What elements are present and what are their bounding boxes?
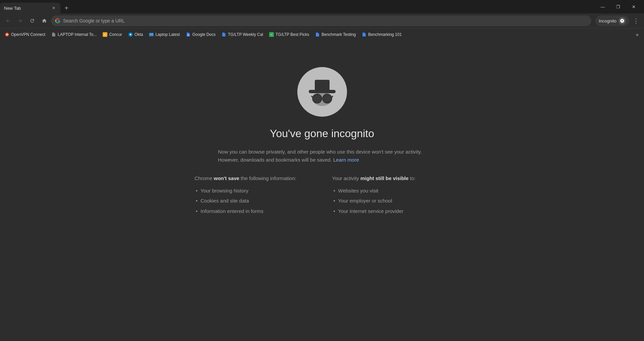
bookmark-benchmarking-101[interactable]: Benchmarking 101 <box>359 30 404 39</box>
info-columns: Chrome won't save the following informat… <box>195 175 450 218</box>
benchmark-testing-icon <box>315 32 320 37</box>
list-item: Your browsing history <box>195 187 312 195</box>
chrome-menu-button[interactable]: ⋮ <box>631 15 641 26</box>
okta-icon <box>128 32 133 37</box>
list-item: Information entered in forms <box>195 208 312 215</box>
still-visible-list: Websites you visit Your employer or scho… <box>332 187 450 215</box>
bookmark-okta-label: Okta <box>135 32 143 37</box>
bookmark-concur-label: Concur <box>109 32 122 37</box>
incognito-title: You've gone incognito <box>270 127 374 140</box>
concur-icon: C <box>103 32 107 37</box>
close-button[interactable]: ✕ <box>626 0 641 13</box>
home-button[interactable] <box>39 15 50 26</box>
chrome-wont-save-col: Chrome won't save the following informat… <box>195 175 312 218</box>
svg-text:+: + <box>271 33 272 36</box>
svg-point-15 <box>323 94 332 103</box>
reload-button[interactable] <box>27 15 38 26</box>
tg-ltp-weekly-icon <box>221 32 226 37</box>
bookmark-benchmark-testing-label: Benchmark Testing <box>321 32 356 37</box>
svg-line-17 <box>311 96 313 98</box>
still-visible-bold: might still be visible <box>360 175 408 181</box>
bookmark-okta[interactable]: Okta <box>126 30 146 39</box>
chrome-wont-save-title: Chrome won't save the following informat… <box>195 175 312 182</box>
svg-line-18 <box>332 96 333 98</box>
svg-text:C: C <box>104 33 106 36</box>
bookmark-openvpn-label: OpenVPN Connect <box>11 32 45 37</box>
list-item: Your internet service provider <box>332 208 450 215</box>
navbar: Search Google or type a URL Incognito ⋮ <box>0 13 644 28</box>
tg-ltp-best-icon: + <box>269 32 274 37</box>
list-item: Your employer or school <box>332 197 450 205</box>
svg-rect-6 <box>149 36 154 36</box>
profile-label: Incognito <box>599 18 616 23</box>
new-tab-button[interactable]: + <box>62 3 71 13</box>
bookmark-openvpn[interactable]: OpenVPN Connect <box>2 30 48 39</box>
back-button[interactable] <box>3 15 13 26</box>
bookmark-tg-ltp-best[interactable]: + TG/LTP Best Picks <box>266 30 312 39</box>
chrome-wont-save-bold: won't save <box>214 175 239 181</box>
bookmark-benchmark-testing[interactable]: Benchmark Testing <box>312 30 358 39</box>
main-content: You've gone incognito Now you can browse… <box>0 40 644 218</box>
svg-rect-12 <box>315 80 330 91</box>
still-visible-col: Your activity might still be visible to:… <box>332 175 450 218</box>
titlebar: New Tab ✕ + — ❐ ✕ <box>0 0 644 13</box>
bookmark-google-docs-label: Google Docs <box>192 32 215 37</box>
google-icon <box>55 18 60 23</box>
tab-title: New Tab <box>4 6 48 11</box>
bookmark-tg-ltp-weekly-label: TG/LTP Weekly Cal <box>228 32 263 37</box>
profile-area: Incognito ⋮ <box>595 15 641 26</box>
svg-rect-5 <box>149 33 154 36</box>
benchmarking-101-icon <box>362 32 366 37</box>
list-item: Websites you visit <box>332 187 450 195</box>
incognito-icon <box>305 75 339 109</box>
incognito-icon-container <box>297 67 347 117</box>
laptop-latest-icon <box>149 32 154 37</box>
incognito-description: Now you can browse privately, and other … <box>218 148 426 164</box>
chrome-wont-save-list: Your browsing history Cookies and site d… <box>195 187 312 215</box>
svg-point-14 <box>313 94 321 103</box>
bookmark-tg-ltp-best-label: TG/LTP Best Picks <box>276 32 309 37</box>
bookmark-google-docs[interactable]: Google Docs <box>183 30 218 39</box>
window-controls: — ❐ ✕ <box>592 0 644 13</box>
bookmark-laptop-latest-label: Laptop Latest <box>155 32 180 37</box>
tab-strip: New Tab ✕ + <box>0 0 592 13</box>
learn-more-link[interactable]: Learn more <box>333 157 359 163</box>
bookmark-laptop-internal[interactable]: LAPTOP Internal To... <box>49 30 99 39</box>
bookmark-tg-ltp-weekly[interactable]: TG/LTP Weekly Cal <box>219 30 266 39</box>
profile-button[interactable]: Incognito <box>595 15 629 26</box>
omnibox-text: Search Google or type a URL <box>63 18 587 23</box>
laptop-internal-icon <box>51 32 56 37</box>
bookmark-laptop-latest[interactable]: Laptop Latest <box>146 30 183 39</box>
bookmark-benchmarking-101-label: Benchmarking 101 <box>368 32 402 37</box>
active-tab[interactable]: New Tab ✕ <box>0 3 60 13</box>
openvpn-icon <box>5 32 9 37</box>
google-docs-icon <box>186 32 191 37</box>
svg-point-4 <box>130 34 131 35</box>
forward-button[interactable] <box>15 15 26 26</box>
still-visible-title: Your activity might still be visible to: <box>332 175 450 182</box>
maximize-button[interactable]: ❐ <box>610 0 626 13</box>
bookmarks-bar: OpenVPN Connect LAPTOP Internal To... C … <box>0 28 644 40</box>
list-item: Cookies and site data <box>195 197 312 205</box>
profile-avatar <box>618 17 626 24</box>
more-bookmarks-button[interactable]: » <box>633 30 642 39</box>
omnibox[interactable]: Search Google or type a URL <box>51 15 591 26</box>
bookmark-laptop-internal-label: LAPTOP Internal To... <box>58 32 97 37</box>
tab-close-button[interactable]: ✕ <box>51 5 56 11</box>
minimize-button[interactable]: — <box>595 0 610 13</box>
bookmark-concur[interactable]: C Concur <box>100 30 125 39</box>
